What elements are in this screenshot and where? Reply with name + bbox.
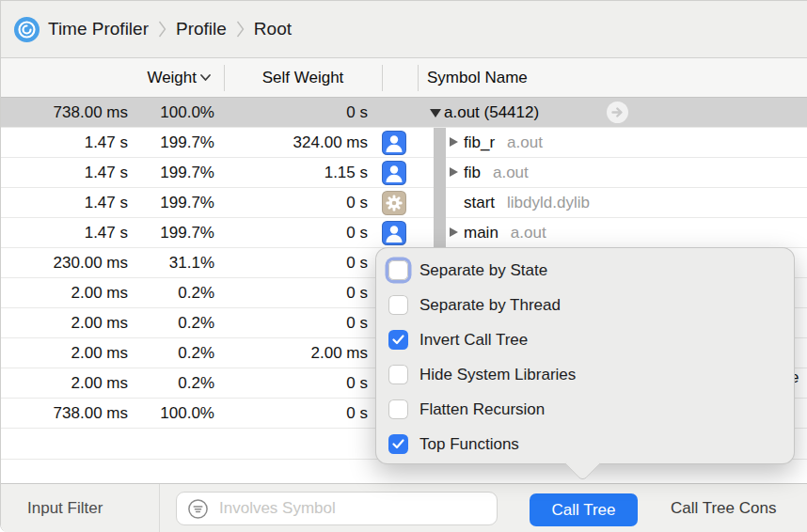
person-icon bbox=[382, 131, 406, 155]
column-divider bbox=[382, 65, 383, 91]
disclosure-triangle-collapsed[interactable] bbox=[450, 167, 458, 177]
column-header-weight[interactable]: Weight bbox=[1, 58, 212, 97]
column-divider bbox=[418, 65, 419, 91]
divider bbox=[159, 484, 160, 532]
weight-percent: 100.0% bbox=[133, 98, 214, 127]
weight-value: 1.47 s bbox=[1, 218, 128, 247]
breadcrumb-item-profile[interactable]: Profile bbox=[176, 19, 227, 39]
chevron-right-icon bbox=[236, 18, 245, 40]
checkbox[interactable] bbox=[388, 365, 408, 384]
symbol-search-field[interactable] bbox=[176, 492, 498, 525]
weight-percent: 199.7% bbox=[133, 158, 214, 187]
self-weight-value: 0 s bbox=[227, 368, 368, 398]
option-hide-system-libraries[interactable]: Hide System Libraries bbox=[388, 357, 786, 392]
self-weight-value: 0 s bbox=[227, 98, 368, 127]
checkbox-label: Hide System Libraries bbox=[419, 366, 576, 384]
person-icon bbox=[382, 221, 406, 245]
symbol-name: fib_r bbox=[464, 133, 495, 151]
filter-bar: Input Filter Call Tree Call Tree Cons bbox=[1, 483, 807, 532]
self-weight-value: 1.15 s bbox=[227, 158, 368, 187]
self-weight-value: 0 s bbox=[227, 218, 368, 247]
call-tree-constraints-button[interactable]: Call Tree Cons bbox=[671, 484, 776, 532]
checkbox[interactable] bbox=[388, 295, 408, 315]
symbol-name: a.out (54412) bbox=[444, 98, 539, 127]
breadcrumb-item-root[interactable]: Root bbox=[254, 19, 292, 39]
weight-value: 230.00 ms bbox=[1, 248, 128, 277]
breadcrumb: Time Profiler Profile Root bbox=[1, 1, 807, 58]
weight-percent: 31.1% bbox=[133, 248, 214, 277]
checkbox[interactable] bbox=[388, 434, 408, 454]
weight-value: 1.47 s bbox=[1, 158, 128, 187]
weight-percent: 199.7% bbox=[133, 218, 214, 247]
symbol-name: start bbox=[464, 194, 495, 211]
self-weight-value: 0 s bbox=[227, 188, 368, 217]
disclosure-triangle-collapsed[interactable] bbox=[450, 227, 458, 237]
checkbox-label: Top Functions bbox=[419, 435, 519, 454]
table-row[interactable]: 1.47 s 199.7% 0 s startlibdyld.dylib bbox=[1, 188, 807, 218]
table-row[interactable]: 1.47 s 199.7% 0 s maina.out bbox=[1, 218, 807, 248]
time-profiler-icon bbox=[14, 17, 40, 42]
self-weight-value: 2.00 ms bbox=[227, 338, 368, 368]
disclosure-triangle-expanded[interactable] bbox=[430, 109, 441, 117]
option-top-functions[interactable]: Top Functions bbox=[388, 427, 786, 462]
gear-icon bbox=[382, 191, 406, 215]
module-name: a.out bbox=[507, 133, 543, 151]
weight-value: 2.00 ms bbox=[1, 338, 128, 368]
call-tree-button[interactable]: Call Tree bbox=[530, 493, 638, 526]
self-weight-value: 0 s bbox=[227, 278, 368, 307]
weight-percent: 100.0% bbox=[133, 399, 214, 428]
weight-value: 738.00 ms bbox=[1, 399, 128, 428]
disclosure-triangle-collapsed[interactable] bbox=[450, 137, 458, 147]
weight-value: 2.00 ms bbox=[1, 308, 128, 337]
column-header-symbol-name[interactable]: Symbol Name bbox=[427, 58, 528, 97]
breadcrumb-item-instrument[interactable]: Time Profiler bbox=[48, 19, 149, 39]
checkbox-label: Separate by Thread bbox=[419, 296, 561, 315]
option-invert-call-tree[interactable]: Invert Call Tree bbox=[388, 322, 786, 357]
self-weight-value: 0 s bbox=[227, 399, 368, 428]
checkbox[interactable] bbox=[388, 260, 408, 280]
self-weight-value: 0 s bbox=[227, 308, 368, 337]
table-row[interactable]: 1.47 s 199.7% 324.00 ms fib_ra.out bbox=[1, 128, 807, 158]
focus-arrow-icon[interactable] bbox=[607, 102, 628, 123]
checkbox-label: Flatten Recursion bbox=[419, 400, 545, 419]
call-tree-options-popover: Separate by State Separate by Thread Inv… bbox=[375, 247, 795, 464]
filter-icon[interactable] bbox=[187, 498, 209, 520]
weight-value: 2.00 ms bbox=[1, 278, 128, 307]
chevron-right-icon bbox=[158, 18, 166, 40]
instruments-window: Time Profiler Profile Root Weight Self W… bbox=[0, 0, 807, 532]
weight-percent: 0.2% bbox=[133, 368, 214, 398]
module-name: a.out bbox=[511, 224, 546, 242]
table-row[interactable]: 1.47 s 199.7% 1.15 s fiba.out bbox=[1, 158, 807, 188]
column-header-weight-label: Weight bbox=[147, 69, 197, 87]
symbol-name: fib bbox=[464, 164, 481, 181]
weight-percent: 199.7% bbox=[133, 128, 214, 157]
weight-percent: 0.2% bbox=[133, 338, 214, 368]
checkbox-label: Invert Call Tree bbox=[419, 331, 528, 350]
self-weight-value: 324.00 ms bbox=[227, 128, 368, 157]
weight-value: 2.00 ms bbox=[1, 368, 128, 398]
weight-percent: 0.2% bbox=[133, 278, 214, 307]
weight-value: 738.00 ms bbox=[1, 98, 128, 127]
column-header-self-weight[interactable]: Self Weight bbox=[224, 58, 382, 97]
person-icon bbox=[382, 161, 406, 185]
input-filter-label: Input Filter bbox=[27, 484, 103, 532]
option-flatten-recursion[interactable]: Flatten Recursion bbox=[388, 392, 786, 427]
checkbox[interactable] bbox=[388, 330, 408, 350]
weight-value: 1.47 s bbox=[1, 188, 128, 217]
symbol-name: main bbox=[464, 224, 498, 242]
checkbox-label: Separate by State bbox=[419, 261, 547, 280]
table-header: Weight Self Weight Symbol Name bbox=[1, 58, 807, 98]
option-separate-by-thread[interactable]: Separate by Thread bbox=[388, 288, 786, 322]
module-name: a.out bbox=[493, 164, 529, 181]
weight-percent: 0.2% bbox=[133, 308, 214, 337]
weight-value: 1.47 s bbox=[1, 128, 128, 157]
search-input[interactable] bbox=[217, 498, 456, 519]
table-row[interactable]: 738.00 ms 100.0% 0 s a.out (54412) bbox=[1, 98, 807, 128]
self-weight-value: 0 s bbox=[227, 248, 368, 277]
checkbox[interactable] bbox=[388, 399, 408, 419]
option-separate-by-state[interactable]: Separate by State bbox=[388, 253, 786, 288]
module-name: libdyld.dylib bbox=[507, 194, 590, 211]
weight-percent: 199.7% bbox=[133, 188, 214, 217]
chevron-down-icon bbox=[199, 73, 212, 82]
